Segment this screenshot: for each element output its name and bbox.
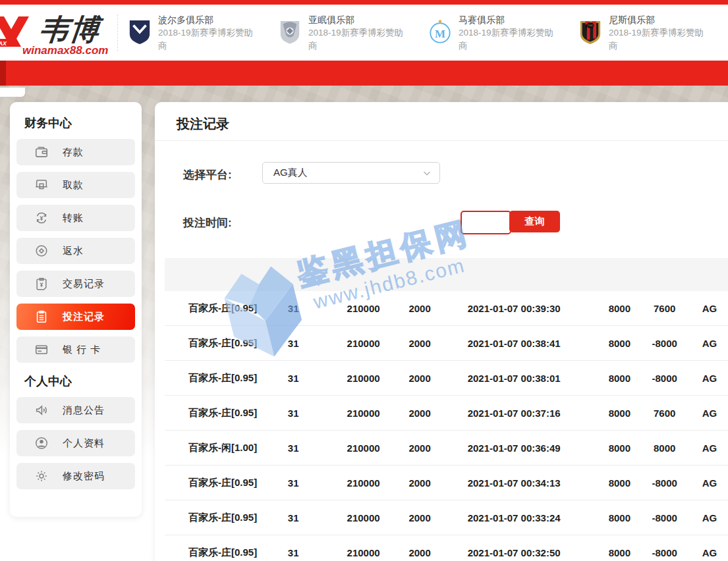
chevron-down-icon: [422, 169, 432, 178]
platform-select[interactable]: AG真人: [262, 162, 440, 184]
table-row: 百家乐-庄[0.95] 31 210000 2000 2021-01-07 00…: [165, 361, 728, 396]
amiens-logo: [277, 18, 302, 46]
sidebar-item-label: 银 行 卡: [63, 344, 101, 356]
brand-logo[interactable]: MAX 韦博 winamax88.com: [0, 5, 117, 61]
table-cell: 210000: [325, 477, 402, 489]
nav-item[interactable]: [594, 61, 676, 86]
time-option[interactable]: [322, 211, 384, 234]
table-cell: 2021-01-07 00:36:49: [437, 442, 590, 454]
sidebar-item-label: 消息公告: [63, 404, 105, 417]
table-cell: 2021-01-07 00:33:24: [437, 512, 590, 523]
table-row: 百家乐-庄[0.95] 31 210000 2000 2021-01-07 00…: [165, 291, 728, 326]
sidebar-item-label: 取款: [63, 179, 84, 192]
brand-name: 韦博: [38, 15, 102, 44]
table-cell: 2000: [402, 512, 437, 523]
nav-item[interactable]: [511, 61, 594, 86]
sponsor-item: OGC 尼斯俱乐部 2018-19新赛季博彩赞助商: [578, 13, 711, 52]
platform-select-value: AG真人: [273, 167, 422, 179]
main-nav: [0, 61, 728, 86]
bet-records-icon: [34, 309, 49, 324]
time-option[interactable]: [384, 211, 446, 234]
header-divider: [117, 14, 118, 51]
sidebar-section: 个人中心 消息公告 个人资料 修改密码: [10, 373, 142, 489]
table-cell: AG: [681, 477, 728, 489]
table-cell: 31: [262, 547, 325, 558]
sidebar-item[interactable]: 银 行 卡: [16, 336, 135, 363]
sidebar-item-label: 个人资料: [63, 437, 105, 450]
table-row: 百家乐-庄[0.95] 31 210000 2000 2021-01-07 00…: [165, 396, 728, 431]
marseille-logo: M: [428, 18, 453, 46]
table-cell: AG: [681, 303, 728, 314]
time-option[interactable]: [461, 211, 511, 234]
table-cell: 31: [262, 338, 325, 349]
brand-domain: winamax88.com: [22, 44, 108, 57]
table-cell: 百家乐-庄[0.95]: [165, 477, 262, 489]
password-icon: [34, 469, 49, 483]
sidebar-item[interactable]: 存款: [16, 139, 135, 165]
nav-item[interactable]: [18, 61, 101, 86]
table-cell: 8000: [590, 408, 648, 419]
table-cell: AG: [681, 408, 728, 419]
table-cell: -8000: [648, 338, 681, 349]
sidebar-item[interactable]: 返水: [16, 238, 135, 264]
table-cell: 百家乐-闲[1.00]: [165, 442, 262, 454]
nav-edge-fragment: [0, 61, 6, 86]
sidebar-item[interactable]: 转账: [16, 205, 135, 231]
time-option[interactable]: [260, 211, 322, 234]
table-cell: 2021-01-07 00:37:16: [437, 408, 590, 419]
table-cell: 210000: [325, 547, 402, 558]
table-cell: 2021-01-07 00:39:30: [437, 303, 590, 314]
table-cell: 8000: [590, 512, 648, 523]
table-cell: AG: [681, 442, 728, 454]
table-cell: 31: [262, 477, 325, 489]
table-cell: AG: [681, 373, 728, 384]
table-cell: 2000: [402, 442, 437, 454]
nav-item[interactable]: [675, 61, 728, 86]
nav-item[interactable]: [265, 61, 347, 86]
nav-item[interactable]: [347, 61, 430, 86]
sidebar-item-label: 返水: [63, 245, 84, 257]
top-accent-strip: [0, 0, 728, 5]
time-filter-label: 投注时间:: [183, 215, 232, 230]
table-cell: 2021-01-07 00:38:01: [437, 373, 590, 384]
table-cell: 2000: [402, 408, 437, 419]
search-button[interactable]: 查询: [509, 211, 560, 232]
sidebar-item[interactable]: 修改密码: [16, 463, 135, 489]
sponsor-item: 亚眠俱乐部 2018-19新赛季博彩赞助商: [277, 13, 410, 52]
svg-text:MAX: MAX: [0, 40, 7, 47]
table-cell: 210000: [325, 338, 402, 349]
table-cell: 8000: [590, 547, 648, 558]
sidebar-item-label: 存款: [63, 146, 84, 159]
sidebar-item[interactable]: 投注记录: [16, 304, 135, 330]
nav-item[interactable]: [182, 61, 265, 86]
transfer-icon: [34, 211, 49, 225]
sidebar-item[interactable]: 取款: [16, 172, 135, 198]
table-cell: 百家乐-庄[0.95]: [165, 547, 262, 559]
edge-widget-fragment: [0, 88, 25, 97]
table-cell: 7600: [648, 408, 681, 419]
table-row: 百家乐-庄[0.95] 31 210000 2000 2021-01-07 00…: [165, 466, 728, 500]
table-cell: 2000: [402, 303, 437, 314]
nav-item[interactable]: [101, 61, 183, 86]
table-cell: 31: [262, 442, 325, 454]
sidebar-section-title: 财务中心: [24, 115, 142, 131]
table-cell: 210000: [325, 442, 402, 454]
table-cell: -8000: [648, 477, 681, 489]
wallet-icon: [34, 145, 49, 159]
nav-item[interactable]: [429, 61, 511, 86]
sidebar-item-label: 交易记录: [63, 278, 105, 290]
table-cell: 百家乐-庄[0.95]: [165, 407, 262, 419]
sponsor-club-name: 波尔多俱乐部: [158, 13, 260, 26]
table-cell: 百家乐-庄[0.95]: [165, 372, 262, 385]
bank-card-icon: [34, 342, 49, 357]
sidebar-item[interactable]: 交易记录: [16, 271, 135, 297]
table-cell: -8000: [648, 547, 681, 558]
sponsor-list: 波尔多俱乐部 2018-19新赛季博彩赞助商 亚眠俱乐部 2018-19新赛季博…: [122, 13, 728, 52]
table-cell: 8000: [590, 442, 648, 454]
table-cell: AG: [681, 547, 728, 558]
sidebar-item[interactable]: 个人资料: [16, 430, 135, 456]
sidebar-section-title: 个人中心: [24, 373, 142, 389]
table-header-row: [165, 258, 728, 291]
sponsor-item: 波尔多俱乐部 2018-19新赛季博彩赞助商: [127, 13, 260, 52]
sidebar-item[interactable]: 消息公告: [16, 397, 135, 423]
